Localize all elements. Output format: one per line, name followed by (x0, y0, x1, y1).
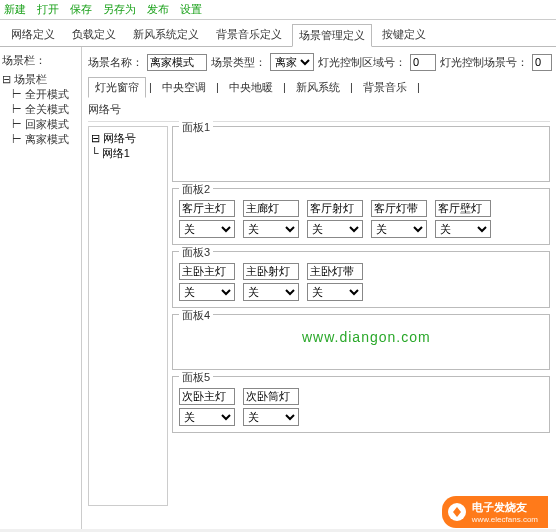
load-state-select[interactable]: 关 (307, 283, 363, 301)
menu-settings[interactable]: 设置 (180, 3, 202, 15)
load-state-select[interactable]: 关 (243, 283, 299, 301)
subtab-freshair[interactable]: 新风系统 (289, 77, 347, 98)
scene-tree[interactable]: ⊟ 场景栏 ⊢ 全开模式 ⊢ 全关模式 ⊢ 回家模式 ⊢ 离家模式 (2, 72, 79, 147)
load-state-select[interactable]: 关 (371, 220, 427, 238)
panel-legend: 面板1 (179, 120, 213, 135)
scene-type-select[interactable]: 离家 (270, 53, 314, 71)
tab-network[interactable]: 网络定义 (4, 23, 62, 46)
load-name-input[interactable] (243, 263, 299, 280)
brand-badge: 电子发烧友 www.elecfans.com (442, 496, 548, 528)
menu-save[interactable]: 保存 (70, 3, 92, 15)
load-state-select[interactable]: 关 (179, 220, 235, 238)
subtab-music[interactable]: 背景音乐 (356, 77, 414, 98)
load-name-input[interactable] (243, 388, 299, 405)
panel-group-4: 面板4 (172, 314, 550, 370)
panel-legend: 面板2 (179, 182, 213, 197)
menu-open[interactable]: 打开 (37, 3, 59, 15)
sub-tabs: 灯光窗帘 | 中央空调 | 中央地暖 | 新风系统 | 背景音乐 | (88, 77, 550, 98)
tab-bgmusic[interactable]: 背景音乐定义 (209, 23, 289, 46)
tree-item[interactable]: ⊢ 回家模式 (2, 117, 79, 132)
menu-new[interactable]: 新建 (4, 3, 26, 15)
brand-icon (448, 503, 466, 521)
subtab-light[interactable]: 灯光窗帘 (88, 77, 146, 98)
brand-name: 电子发烧友 (472, 501, 527, 513)
load-name-input[interactable] (243, 200, 299, 217)
tree-item[interactable]: ⊢ 全开模式 (2, 87, 79, 102)
panel-legend: 面板3 (179, 245, 213, 260)
panels-area: 面板1 面板2 关 关 关 关 关 面板3 (172, 126, 550, 506)
load-state-select[interactable]: 关 (179, 283, 235, 301)
load-name-input[interactable] (179, 263, 235, 280)
panel-group-1: 面板1 (172, 126, 550, 182)
tab-scene-mgmt[interactable]: 场景管理定义 (292, 24, 372, 47)
light-zone-label: 灯光控制区域号： (318, 55, 406, 70)
net-tree-item[interactable]: └ 网络1 (91, 146, 165, 161)
subtab-heating[interactable]: 中央地暖 (222, 77, 280, 98)
load-state-select[interactable]: 关 (243, 408, 299, 426)
load-name-input[interactable] (179, 200, 235, 217)
light-scene-input[interactable] (532, 54, 552, 71)
menu-bar: 新建 打开 保存 另存为 发布 设置 (0, 0, 556, 20)
load-name-input[interactable] (435, 200, 491, 217)
brand-url: www.elecfans.com (472, 515, 538, 524)
panel-legend: 面板4 (179, 308, 213, 323)
load-name-input[interactable] (307, 263, 363, 280)
panel-group-2: 面板2 关 关 关 关 关 (172, 188, 550, 245)
tree-item[interactable]: ⊢ 全关模式 (2, 102, 79, 117)
scene-sidebar: 场景栏： ⊟ 场景栏 ⊢ 全开模式 ⊢ 全关模式 ⊢ 回家模式 ⊢ 离家模式 (0, 47, 82, 529)
network-tree[interactable]: ⊟ 网络号 └ 网络1 (88, 126, 168, 506)
tab-keys[interactable]: 按键定义 (375, 23, 433, 46)
menu-publish[interactable]: 发布 (147, 3, 169, 15)
scene-name-input[interactable] (147, 54, 207, 71)
sidebar-title: 场景栏： (2, 53, 79, 68)
light-scene-label: 灯光控制场景号： (440, 55, 528, 70)
panel-legend: 面板5 (179, 370, 213, 385)
load-state-select[interactable]: 关 (243, 220, 299, 238)
menu-saveas[interactable]: 另存为 (103, 3, 136, 15)
load-state-select[interactable]: 关 (435, 220, 491, 238)
load-name-input[interactable] (179, 388, 235, 405)
scene-name-label: 场景名称： (88, 55, 143, 70)
load-name-input[interactable] (371, 200, 427, 217)
load-name-input[interactable] (307, 200, 363, 217)
load-state-select[interactable]: 关 (307, 220, 363, 238)
tab-fresh-air[interactable]: 新风系统定义 (126, 23, 206, 46)
tab-load[interactable]: 负载定义 (65, 23, 123, 46)
panel-group-3: 面板3 关 关 关 (172, 251, 550, 308)
light-zone-input[interactable] (410, 54, 436, 71)
subtab-ac[interactable]: 中央空调 (155, 77, 213, 98)
scene-editor: 场景名称： 场景类型： 离家 灯光控制区域号： 灯光控制场景号： 灯光窗帘 | … (82, 47, 556, 529)
network-label: 网络号 (88, 102, 550, 117)
tree-item[interactable]: ⊢ 离家模式 (2, 132, 79, 147)
net-tree-root[interactable]: ⊟ 网络号 (91, 131, 165, 146)
tree-root[interactable]: ⊟ 场景栏 (2, 72, 79, 87)
panel-group-5: 面板5 关 关 (172, 376, 550, 433)
main-tabs: 网络定义 负载定义 新风系统定义 背景音乐定义 场景管理定义 按键定义 (0, 20, 556, 47)
load-state-select[interactable]: 关 (179, 408, 235, 426)
scene-type-label: 场景类型： (211, 55, 266, 70)
